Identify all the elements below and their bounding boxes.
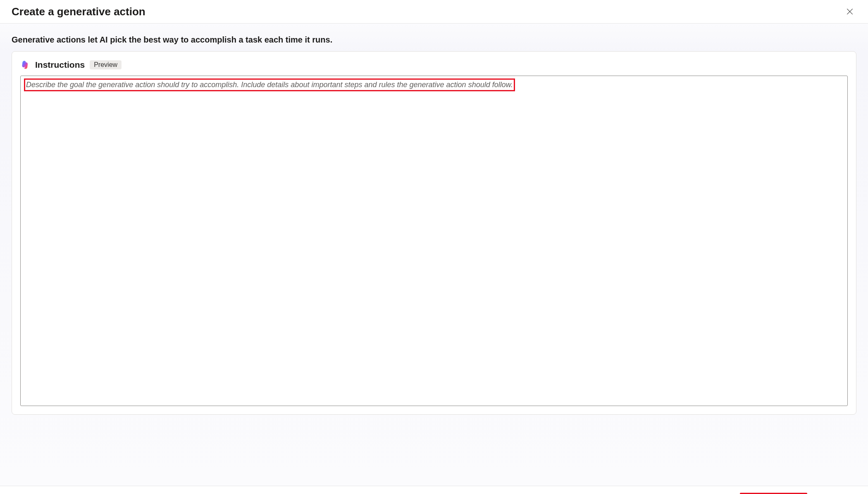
dialog-title: Create a generative action [12,5,145,18]
instructions-card-header: Instructions Preview [20,60,848,70]
dialog-header: Create a generative action [0,0,868,23]
dialog-body: Instructions Preview Describe the goal t… [0,51,868,486]
close-button[interactable] [844,6,856,17]
close-icon [846,7,854,16]
instructions-input-container[interactable]: Describe the goal the generative action … [20,76,848,406]
preview-badge: Preview [90,60,122,69]
dialog-footer: Generate Cancel [0,486,868,494]
dialog-description: Generative actions let AI pick the best … [0,23,868,51]
instructions-card: Instructions Preview Describe the goal t… [12,51,856,415]
instructions-title: Instructions [35,60,85,70]
copilot-icon [20,60,30,70]
annotation-highlight-generate: Generate [740,493,807,494]
